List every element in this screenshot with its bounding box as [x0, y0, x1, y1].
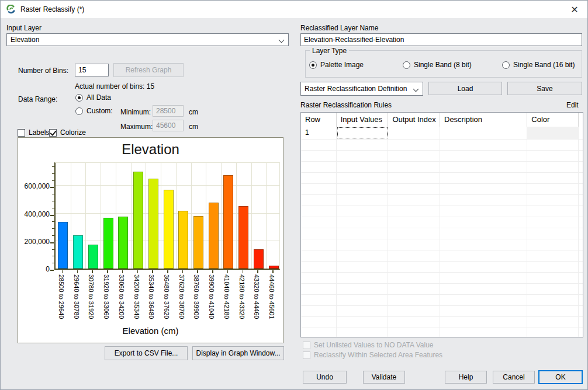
table-cell[interactable] — [337, 206, 389, 217]
table-row[interactable] — [301, 206, 583, 217]
table-row[interactable] — [301, 173, 583, 184]
table-cell[interactable] — [388, 206, 440, 217]
input-values-cell-focused[interactable] — [337, 127, 389, 139]
input-layer-select[interactable]: Elevation — [6, 33, 289, 46]
definition-select[interactable]: Raster Reclassification Definition — [300, 82, 423, 96]
cancel-button[interactable]: Cancel — [493, 371, 535, 384]
table-cell[interactable] — [337, 317, 389, 328]
column-header-output-index[interactable]: Output Index — [388, 113, 440, 127]
table-cell[interactable] — [388, 127, 440, 139]
table-cell[interactable] — [388, 328, 440, 337]
table-cell[interactable] — [388, 295, 440, 305]
table-cell[interactable] — [440, 273, 527, 283]
table-row[interactable] — [301, 250, 583, 262]
table-cell[interactable] — [301, 206, 337, 217]
export-csv-button[interactable]: Export to CSV File... — [105, 346, 188, 360]
table-cell[interactable] — [527, 306, 579, 316]
table-cell[interactable] — [527, 228, 579, 239]
table-cell[interactable] — [440, 127, 527, 139]
table-cell[interactable] — [388, 228, 440, 239]
table-cell[interactable] — [301, 284, 337, 294]
table-cell[interactable] — [527, 239, 579, 250]
table-cell[interactable] — [527, 162, 579, 172]
table-cell[interactable] — [301, 306, 337, 316]
load-button[interactable]: Load — [428, 82, 502, 95]
table-cell[interactable] — [301, 228, 337, 239]
help-button[interactable]: Help — [445, 371, 487, 384]
table-cell[interactable] — [337, 262, 389, 272]
colorize-checkbox[interactable]: Colorize — [49, 128, 86, 137]
table-cell[interactable] — [388, 262, 440, 272]
table-cell[interactable] — [301, 295, 337, 305]
table-row[interactable] — [301, 217, 583, 228]
table-cell[interactable] — [440, 250, 527, 261]
table-cell[interactable] — [388, 162, 440, 172]
table-row[interactable] — [301, 184, 583, 195]
table-row[interactable] — [301, 239, 583, 250]
table-cell[interactable] — [337, 140, 389, 150]
radio-single-band-16bit[interactable]: Single Band (16 bit) — [502, 61, 575, 69]
table-cell[interactable] — [301, 273, 337, 283]
table-cell[interactable] — [301, 195, 337, 206]
table-cell[interactable] — [440, 306, 527, 316]
reclassified-layer-name-input[interactable] — [300, 33, 582, 46]
labels-checkbox[interactable]: Labels — [18, 128, 49, 137]
table-cell[interactable] — [440, 295, 527, 305]
table-row[interactable] — [301, 295, 583, 306]
table-cell[interactable] — [388, 273, 440, 283]
table-cell[interactable] — [527, 151, 579, 161]
column-header-color[interactable]: Color — [527, 113, 579, 127]
table-cell[interactable] — [388, 151, 440, 161]
table-cell[interactable] — [527, 195, 579, 206]
table-cell[interactable] — [527, 295, 579, 305]
table-cell[interactable] — [337, 250, 389, 261]
table-cell[interactable] — [527, 140, 579, 150]
radio-all-data[interactable]: All Data — [75, 93, 111, 102]
table-cell[interactable] — [301, 317, 337, 328]
table-cell[interactable] — [527, 328, 579, 337]
table-cell[interactable] — [527, 173, 579, 183]
table-cell[interactable] — [527, 217, 579, 228]
table-cell[interactable] — [388, 306, 440, 316]
table-cell[interactable] — [301, 151, 337, 161]
table-row[interactable] — [301, 140, 583, 151]
table-cell[interactable] — [527, 317, 579, 328]
table-cell[interactable] — [440, 195, 527, 206]
table-cell[interactable] — [440, 151, 527, 161]
table-row[interactable] — [301, 284, 583, 295]
table-cell[interactable] — [440, 228, 527, 239]
color-cell[interactable] — [527, 127, 579, 139]
table-row[interactable]: 1 — [301, 127, 583, 140]
table-cell[interactable] — [301, 262, 337, 272]
table-cell[interactable] — [440, 217, 527, 228]
table-cell[interactable] — [337, 295, 389, 305]
radio-single-band-8bit[interactable]: Single Band (8 bit) — [403, 61, 472, 69]
table-cell[interactable] — [440, 140, 527, 150]
table-cell[interactable] — [440, 184, 527, 194]
table-cell[interactable] — [527, 284, 579, 294]
table-cell[interactable]: 1 — [301, 127, 337, 139]
table-cell[interactable] — [388, 250, 440, 261]
table-cell[interactable] — [301, 239, 337, 250]
table-cell[interactable] — [440, 162, 527, 172]
table-cell[interactable] — [440, 262, 527, 272]
table-cell[interactable] — [388, 317, 440, 328]
table-row[interactable] — [301, 151, 583, 162]
table-cell[interactable] — [337, 239, 389, 250]
table-row[interactable] — [301, 306, 583, 317]
table-cell[interactable] — [301, 140, 337, 150]
column-header-input-values[interactable]: Input Values — [337, 113, 389, 127]
close-icon[interactable]: ✕ — [568, 1, 582, 18]
table-row[interactable] — [301, 228, 583, 239]
table-cell[interactable] — [527, 206, 579, 217]
table-cell[interactable] — [301, 250, 337, 261]
column-header-row[interactable]: Row — [301, 113, 337, 127]
table-row[interactable] — [301, 273, 583, 284]
table-cell[interactable] — [301, 162, 337, 172]
table-cell[interactable] — [301, 173, 337, 183]
table-cell[interactable] — [337, 184, 389, 194]
edit-link[interactable]: Edit — [566, 101, 579, 109]
table-cell[interactable] — [301, 184, 337, 194]
radio-custom[interactable]: Custom: — [75, 107, 113, 115]
table-cell[interactable] — [527, 250, 579, 261]
